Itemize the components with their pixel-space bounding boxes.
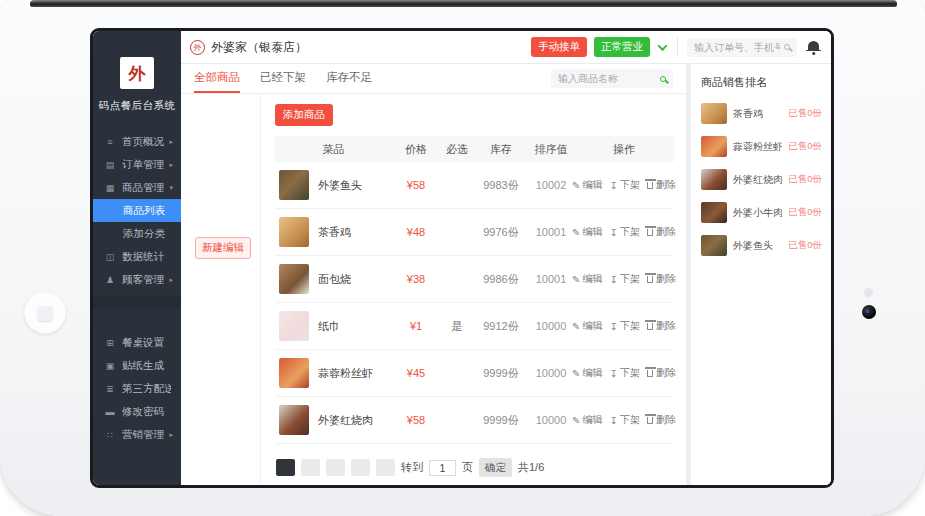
manual-order-button[interactable]: 手动接单 bbox=[531, 37, 587, 57]
page-button[interactable] bbox=[326, 459, 345, 476]
edit-icon: ✎ bbox=[572, 321, 580, 332]
sidebar-item[interactable]: ≡ 首页概况 ▸ bbox=[93, 130, 181, 153]
delete-button[interactable]: 删除 bbox=[647, 225, 676, 239]
table-body: 外婆鱼头 ¥58 9983份 10002 ✎编辑 bbox=[275, 162, 674, 444]
page-button[interactable] bbox=[301, 459, 320, 476]
sidebar-item[interactable]: ≣ 第三方配送 bbox=[93, 377, 181, 400]
goto-label: 转到 bbox=[401, 460, 423, 475]
product-area: 添加商品 菜品 价格 必选 库存 排序值 操作 bbox=[261, 94, 686, 485]
business-status-button[interactable]: 正常营业 bbox=[594, 37, 650, 57]
sidebar-item-label: 修改密码 bbox=[122, 405, 171, 419]
page-unit-label: 页 bbox=[462, 460, 473, 475]
trash-icon bbox=[647, 229, 653, 236]
tablet-frame: 外 码点餐后台系统 ≡ 首页概况 ▸ ▤ 订单管理 ▸ ▦ 商品管理 bbox=[0, 0, 925, 516]
sidebar-item[interactable]: ♟ 顾客管理 ▸ bbox=[93, 268, 181, 291]
app-logo: 外 bbox=[120, 57, 154, 89]
sidebar-divider bbox=[93, 296, 181, 309]
goto-page-input[interactable] bbox=[429, 460, 456, 476]
sidebar-item[interactable]: 添加分类 bbox=[93, 222, 181, 245]
orders-icon: ▤ bbox=[104, 160, 116, 170]
table-row: 面包烧 ¥38 9986份 10001 ✎编辑 bbox=[275, 256, 674, 303]
edit-label: 编辑 bbox=[583, 272, 603, 286]
sidebar-item-label: 贴纸生成 bbox=[122, 359, 171, 373]
main-content: 全部商品 已经下架 库存不足 bbox=[181, 64, 686, 485]
tab[interactable]: 库存不足 bbox=[326, 64, 372, 93]
trash-icon bbox=[647, 417, 653, 424]
edit-button[interactable]: ✎编辑 bbox=[572, 225, 602, 239]
search-icon[interactable] bbox=[660, 76, 666, 82]
delete-button[interactable]: 删除 bbox=[647, 413, 676, 427]
off-shelf-button[interactable]: ↧下架 bbox=[610, 366, 640, 380]
product-table: 菜品 价格 必选 库存 排序值 操作 bbox=[275, 136, 674, 444]
dish-photo bbox=[279, 264, 309, 294]
tab-label: 已经下架 bbox=[260, 70, 306, 85]
app-logo-glyph: 外 bbox=[129, 62, 146, 85]
edit-button[interactable]: ✎编辑 bbox=[572, 366, 602, 380]
ranking-item: 外婆小牛肉 已售0份 bbox=[701, 202, 822, 223]
table-row: 茶香鸡 ¥48 9976份 10001 ✎编辑 bbox=[275, 209, 674, 256]
edit-button[interactable]: ✎编辑 bbox=[572, 272, 602, 286]
marketing-icon: ∷ bbox=[104, 430, 116, 440]
edit-button[interactable]: ✎编辑 bbox=[572, 319, 602, 333]
sidebar-item[interactable]: 商品列表 bbox=[93, 199, 181, 222]
chevron-right-icon: ▸ bbox=[169, 431, 173, 439]
delete-button[interactable]: 删除 bbox=[647, 178, 676, 192]
dish-sort-value: 10000 bbox=[528, 367, 574, 379]
sidebar-item[interactable]: ◫ 数据统计 bbox=[93, 245, 181, 268]
category-items bbox=[195, 111, 260, 211]
dish-sort-value: 10000 bbox=[528, 320, 574, 332]
divider bbox=[677, 38, 678, 56]
page-button[interactable] bbox=[351, 459, 370, 476]
off-shelf-button[interactable]: ↧下架 bbox=[610, 225, 640, 239]
dish-stock: 9976份 bbox=[474, 225, 528, 240]
column-header-price: 价格 bbox=[392, 142, 440, 157]
delete-button[interactable]: 删除 bbox=[647, 319, 676, 333]
trash-icon bbox=[647, 276, 653, 283]
ranking-dish-name: 外婆小牛肉 bbox=[733, 206, 782, 220]
product-search-input[interactable] bbox=[558, 73, 656, 84]
sidebar-item[interactable]: ▦ 商品管理 ▾ bbox=[93, 176, 181, 199]
sidebar-item[interactable]: ▣ 贴纸生成 bbox=[93, 354, 181, 377]
home-button[interactable] bbox=[24, 292, 66, 334]
table-settings-icon: ⊞ bbox=[104, 338, 116, 348]
tab[interactable]: 已经下架 bbox=[260, 64, 306, 93]
off-shelf-button[interactable]: ↧下架 bbox=[610, 413, 640, 427]
down-arrow-icon: ↧ bbox=[610, 321, 618, 332]
off-shelf-label: 下架 bbox=[620, 178, 640, 192]
delete-button[interactable]: 删除 bbox=[647, 366, 676, 380]
trash-icon bbox=[647, 182, 653, 189]
sidebar-item[interactable]: ∷ 营销管理 ▸ bbox=[93, 423, 181, 446]
dish-stock: 9986份 bbox=[474, 272, 528, 287]
off-shelf-button[interactable]: ↧下架 bbox=[610, 272, 640, 286]
confirm-button[interactable]: 确定 bbox=[479, 458, 512, 477]
off-shelf-button[interactable]: ↧下架 bbox=[610, 178, 640, 192]
dish-photo bbox=[701, 235, 727, 256]
page-button[interactable] bbox=[276, 459, 295, 476]
edit-button[interactable]: ✎编辑 bbox=[572, 413, 602, 427]
add-product-button[interactable]: 添加商品 bbox=[275, 104, 333, 126]
edit-icon: ✎ bbox=[572, 180, 580, 191]
off-shelf-label: 下架 bbox=[620, 272, 640, 286]
off-shelf-button[interactable]: ↧下架 bbox=[610, 319, 640, 333]
ranking-sold-count: 已售0份 bbox=[788, 107, 822, 120]
sidebar-item-label: 商品管理 bbox=[122, 181, 167, 195]
tab[interactable]: 全部商品 bbox=[194, 64, 240, 93]
edit-button[interactable]: ✎编辑 bbox=[572, 178, 602, 192]
notification-bell-icon[interactable] bbox=[808, 41, 819, 51]
column-header-stock: 库存 bbox=[474, 142, 528, 157]
sidebar-item[interactable]: ▤ 订单管理 ▸ bbox=[93, 153, 181, 176]
dish-price: ¥1 bbox=[392, 320, 440, 332]
dish-stock: 9999份 bbox=[474, 413, 528, 428]
order-search-input[interactable] bbox=[694, 42, 780, 53]
dish-price: ¥48 bbox=[392, 226, 440, 238]
search-icon[interactable] bbox=[784, 44, 790, 50]
page-button[interactable] bbox=[376, 459, 395, 476]
sidebar-item[interactable]: ▬ 修改密码 bbox=[93, 400, 181, 423]
sidebar-item[interactable]: ⊞ 餐桌设置 bbox=[93, 331, 181, 354]
chevron-right-icon: ▸ bbox=[169, 161, 173, 169]
sidebar-item-label: 商品列表 bbox=[123, 204, 171, 218]
column-header-sort: 排序值 bbox=[528, 142, 574, 157]
delete-button[interactable]: 删除 bbox=[647, 272, 676, 286]
chevron-down-icon[interactable] bbox=[658, 41, 668, 51]
new-edit-button[interactable]: 新建编辑 bbox=[195, 237, 251, 259]
